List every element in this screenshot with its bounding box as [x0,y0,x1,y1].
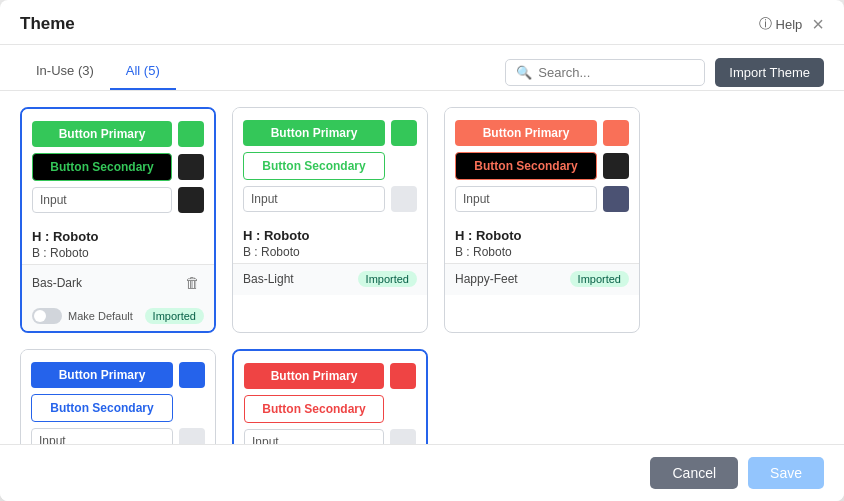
primary-swatch [603,120,629,146]
theme-card-happy-feet[interactable]: Button Primary Button Secondary Input H … [444,107,640,333]
input-row: Input [455,186,629,212]
secondary-row: Button Secondary [455,152,629,180]
secondary-swatch [391,153,417,179]
card-preview: Button Primary Button Secondary Input [233,108,427,220]
import-theme-button[interactable]: Import Theme [715,58,824,87]
card-preview: Button Primary Button Secondary Input [21,350,215,444]
secondary-row: Button Secondary [31,394,205,422]
make-default-toggle[interactable] [32,308,62,324]
input-swatch [178,187,204,213]
themes-grid: Button Primary Button Secondary Input H … [20,107,824,444]
card-name-footer: Bas-Dark 🗑 [22,264,214,301]
theme-card-theme-5[interactable]: Button Primary Button Secondary Input H … [232,349,428,444]
secondary-button-preview: Button Secondary [32,153,172,181]
card-info: H : Roboto B : Roboto [233,220,427,263]
primary-swatch [178,121,204,147]
primary-row: Button Primary [455,120,629,146]
font-heading: H : Roboto [243,228,417,243]
search-box: 🔍 [505,59,705,86]
primary-row: Button Primary [32,121,204,147]
imported-badge: Imported [358,271,417,287]
make-default-label: Make Default [68,310,133,322]
save-button[interactable]: Save [748,457,824,489]
secondary-button-preview: Button Secondary [455,152,597,180]
primary-button-preview: Button Primary [244,363,384,389]
primary-row: Button Primary [31,362,205,388]
secondary-swatch [390,396,416,422]
primary-button-preview: Button Primary [31,362,173,388]
secondary-swatch [179,395,205,421]
modal-footer: Cancel Save [0,444,844,501]
secondary-row: Button Secondary [244,395,416,423]
secondary-swatch [603,153,629,179]
secondary-button-preview: Button Secondary [244,395,384,423]
theme-modal: Theme ⓘ Help × In-Use (3) All (5) 🔍 Impo… [0,0,844,501]
help-button[interactable]: ⓘ Help [759,15,803,33]
theme-card-bas-light[interactable]: Button Primary Button Secondary Input H … [232,107,428,333]
card-preview: Button Primary Button Secondary Input [234,351,426,444]
card-info: H : Roboto B : Roboto [22,221,214,264]
theme-card-native-mobile[interactable]: Button Primary Button Secondary Input H … [20,349,216,444]
card-preview: Button Primary Button Secondary Input [22,109,214,221]
tabs-actions: 🔍 Import Theme [505,58,824,87]
primary-button-preview: Button Primary [32,121,172,147]
input-preview: Input [31,428,173,444]
primary-button-preview: Button Primary [455,120,597,146]
font-heading: H : Roboto [32,229,204,244]
tabs: In-Use (3) All (5) [20,55,176,90]
tabs-row: In-Use (3) All (5) 🔍 Import Theme [0,45,844,91]
font-heading: H : Roboto [455,228,629,243]
input-swatch [179,428,205,444]
card-footer: Happy-Feet Imported [445,263,639,295]
input-preview: Input [32,187,172,213]
primary-swatch [179,362,205,388]
input-row: Input [244,429,416,444]
card-info: H : Roboto B : Roboto [445,220,639,263]
secondary-swatch [178,154,204,180]
search-input[interactable] [538,65,694,80]
input-row: Input [32,187,204,213]
search-icon: 🔍 [516,65,532,80]
theme-card-bas-dark[interactable]: Button Primary Button Secondary Input H … [20,107,216,333]
input-row: Input [31,428,205,444]
theme-name: Bas-Dark [32,276,82,290]
card-actions: Make Default Imported [22,301,214,331]
card-preview: Button Primary Button Secondary Input [445,108,639,220]
primary-row: Button Primary [243,120,417,146]
input-preview: Input [243,186,385,212]
secondary-row: Button Secondary [243,152,417,180]
input-preview: Input [455,186,597,212]
secondary-row: Button Secondary [32,153,204,181]
delete-button[interactable]: 🗑 [181,272,204,293]
cancel-button[interactable]: Cancel [650,457,738,489]
header-right: ⓘ Help × [759,14,824,34]
close-button[interactable]: × [812,14,824,34]
font-body: B : Roboto [243,245,417,259]
primary-swatch [391,120,417,146]
theme-name: Happy-Feet [455,272,518,286]
font-body: B : Roboto [455,245,629,259]
primary-row: Button Primary [244,363,416,389]
primary-swatch [390,363,416,389]
modal-title: Theme [20,14,75,34]
tab-in-use[interactable]: In-Use (3) [20,55,110,90]
secondary-button-preview: Button Secondary [243,152,385,180]
modal-body: Button Primary Button Secondary Input H … [0,91,844,444]
make-default: Make Default [32,308,133,324]
input-swatch [391,186,417,212]
theme-name: Bas-Light [243,272,294,286]
imported-badge: Imported [570,271,629,287]
modal-header: Theme ⓘ Help × [0,0,844,45]
tab-all[interactable]: All (5) [110,55,176,90]
input-swatch [603,186,629,212]
input-preview: Input [244,429,384,444]
help-circle-icon: ⓘ [759,15,772,33]
input-swatch [390,429,416,444]
secondary-button-preview: Button Secondary [31,394,173,422]
font-body: B : Roboto [32,246,204,260]
imported-badge: Imported [145,308,204,324]
card-footer: Bas-Light Imported [233,263,427,295]
input-row: Input [243,186,417,212]
primary-button-preview: Button Primary [243,120,385,146]
